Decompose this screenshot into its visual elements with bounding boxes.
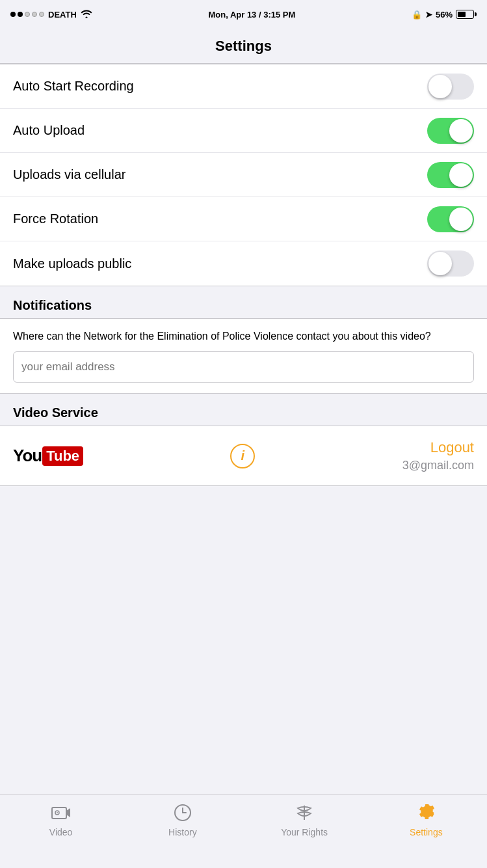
status-bar: DEATH Mon, Apr 13 / 3:15 PM 🔒 ➤ 56% — [0, 0, 487, 29]
force-rotation-toggle[interactable] — [427, 206, 474, 232]
svg-point-2 — [57, 812, 58, 813]
wifi-icon — [81, 9, 92, 20]
setting-make-uploads-public: Make uploads public — [0, 241, 487, 286]
dot5 — [39, 12, 44, 17]
notifications-section-header: Notifications — [0, 286, 487, 318]
notifications-section: Where can the Network for the Eliminatio… — [0, 318, 487, 394]
battery-percent: 56% — [436, 10, 453, 20]
dot3 — [25, 12, 30, 17]
uploads-cellular-label: Uploads via cellular — [13, 167, 125, 182]
video-service-section-header: Video Service — [0, 394, 487, 426]
your-rights-icon — [293, 801, 316, 824]
logout-area: Logout 3@gmail.com — [402, 439, 474, 472]
tab-bar: Video History Your Rights — [0, 794, 487, 868]
email-input[interactable] — [13, 351, 474, 383]
youtube-you: You — [13, 446, 42, 466]
youtube-logo: You Tube — [13, 446, 83, 466]
settings-list: Auto Start Recording Auto Upload Uploads… — [0, 64, 487, 286]
auto-upload-label: Auto Upload — [13, 123, 85, 138]
auto-start-recording-label: Auto Start Recording — [13, 79, 134, 94]
location-icon: ➤ — [425, 10, 432, 20]
auto-start-recording-toggle[interactable] — [427, 74, 474, 100]
make-uploads-public-label: Make uploads public — [13, 256, 131, 271]
tab-video-label: Video — [49, 827, 73, 837]
setting-force-rotation: Force Rotation — [0, 197, 487, 241]
auto-upload-toggle[interactable] — [427, 118, 474, 144]
youtube-tube: Tube — [42, 446, 83, 466]
info-button[interactable]: i — [230, 444, 255, 468]
notifications-description: Where can the Network for the Eliminatio… — [13, 329, 474, 344]
dot4 — [32, 12, 37, 17]
dot2 — [18, 12, 23, 17]
status-right: 🔒 ➤ 56% — [412, 10, 477, 20]
lock-icon: 🔒 — [412, 10, 422, 20]
tab-your-rights[interactable]: Your Rights — [244, 801, 365, 837]
carrier-label: DEATH — [48, 10, 77, 20]
signal-dots — [10, 12, 44, 17]
logout-button[interactable]: Logout — [430, 439, 474, 456]
page-title: Settings — [215, 38, 272, 55]
tab-your-rights-label: Your Rights — [281, 827, 328, 837]
video-service-section: You Tube i Logout 3@gmail.com — [0, 426, 487, 486]
tab-video[interactable]: Video — [0, 801, 122, 837]
history-icon — [171, 801, 194, 824]
tab-settings-label: Settings — [410, 827, 443, 837]
settings-icon — [414, 801, 438, 824]
setting-auto-upload: Auto Upload — [0, 109, 487, 153]
tab-history-label: History — [168, 827, 197, 837]
account-email: 3@gmail.com — [402, 459, 474, 472]
setting-uploads-cellular: Uploads via cellular — [0, 153, 487, 197]
video-icon — [49, 801, 73, 824]
tab-settings[interactable]: Settings — [365, 801, 487, 837]
dot1 — [10, 12, 16, 17]
make-uploads-public-toggle[interactable] — [427, 251, 474, 277]
force-rotation-label: Force Rotation — [13, 211, 98, 226]
status-time: Mon, Apr 13 / 3:15 PM — [208, 10, 295, 20]
setting-auto-start-recording: Auto Start Recording — [0, 64, 487, 109]
battery-indicator — [456, 10, 477, 19]
page-header: Settings — [0, 29, 487, 64]
uploads-cellular-toggle[interactable] — [427, 162, 474, 188]
tab-history[interactable]: History — [122, 801, 243, 837]
